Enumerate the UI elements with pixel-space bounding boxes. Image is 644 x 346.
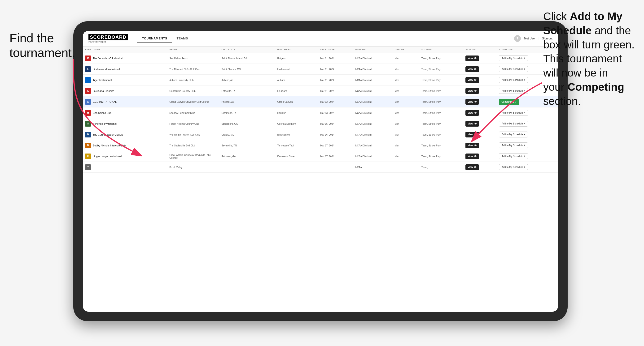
city-state-cell: Lafayette, LA [219,85,275,96]
col-start-date: START DATE [318,46,353,53]
hosted-by-cell: Georgia Southern [275,118,318,129]
gender-cell: Men [392,85,419,96]
hosted-by-cell: Auburn [275,75,318,85]
user-name: Test User [524,37,536,40]
city-state-cell: Statesboro, GA [219,118,275,129]
start-date-cell: Mar 16, 2024 [318,129,353,140]
hosted-by-cell: Houston [275,107,318,118]
add-schedule-button[interactable]: Add to My Schedule + [499,153,528,159]
col-venue: VENUE [167,46,219,53]
venue-cell: The Sevierville Golf Club [167,140,219,151]
scoring-cell: Team, [419,162,463,173]
hosted-by-cell [275,162,318,173]
venue-cell: The Missouri Bluffs Golf Club [167,64,219,75]
app-logo: SCOREBOARD [88,34,128,40]
venue-cell: Sea Palms Resort [167,53,219,64]
nav-tabs: TOURNAMENTS TEAMS [137,35,192,42]
division-cell: NCAA Division I [353,53,392,64]
division-cell: NCAA Division I [353,85,392,96]
gender-cell: Men [392,129,419,140]
app-header: SCOREBOARD Powered by clippd TOURNAMENTS… [83,31,558,46]
start-date-cell [318,162,353,173]
right-arrow [452,76,552,147]
right-annotation: Click Add to MySchedule and thebox will … [543,9,634,108]
venue-cell: Shadow Hawk Golf Club [167,107,219,118]
actions-cell: View 👁 [463,53,497,64]
start-date-cell: Mar 13, 2024 [318,107,353,118]
col-gender: GENDER [392,46,419,53]
hosted-by-cell: Tennessee Tech [275,140,318,151]
tab-teams[interactable]: TEAMS [172,35,193,42]
city-state-cell: Richmond, TX [219,107,275,118]
col-city-state: CITY, STATE [219,46,275,53]
division-cell: NCAA Division I [353,129,392,140]
division-cell: NCAA Division I [353,96,392,107]
view-button[interactable]: View 👁 [466,55,479,61]
col-scoring: SCORING [419,46,463,53]
division-cell: NCAA Division I [353,75,392,85]
city-state-cell: Phoenix, AZ [219,96,275,107]
actions-cell: View 👁 [463,151,497,162]
division-cell: NCAA Division I [353,151,392,162]
venue-cell: Brook Valley [167,162,219,173]
city-state-cell: Auburn, AL [219,75,275,85]
competing-cell: Add to My Schedule + [497,162,558,173]
user-avatar: T [514,35,521,42]
division-cell: NCAA Division I [353,64,392,75]
start-date-cell: Mar 11, 2024 [318,85,353,96]
view-button[interactable]: View 👁 [466,66,479,72]
city-state-cell: Saint Charles, MO [219,64,275,75]
scoring-cell: Team, Stroke Play [419,151,463,162]
start-date-cell: Mar 11, 2024 [318,64,353,75]
city-state-cell: Saint Simons Island, GA [219,53,275,64]
division-cell: NCAA Division I [353,118,392,129]
gender-cell: Men [392,151,419,162]
city-state-cell: Sevierville, TN [219,140,275,151]
venue-cell: Oakbourne Country Club [167,85,219,96]
start-date-cell: Mar 17, 2024 [318,140,353,151]
logo-area: SCOREBOARD Powered by clippd [88,34,128,43]
actions-cell: View 👁 [463,64,497,75]
view-button[interactable]: View 👁 [466,154,479,159]
gender-cell: Men [392,118,419,129]
col-hosted-by: HOSTED BY [275,46,318,53]
city-state-cell [219,162,275,173]
gender-cell: Men [392,107,419,118]
hosted-by-cell: Louisiana [275,85,318,96]
city-state-cell: Eatonton, GA [219,151,275,162]
col-division: DIVISION [353,46,392,53]
division-cell: NCAA Division I [353,107,392,118]
left-arrow [52,52,170,165]
venue-cell: Forest Heights Country Club [167,118,219,129]
add-schedule-button[interactable]: Add to My Schedule + [499,164,528,170]
start-date-cell: Mar 17, 2024 [318,151,353,162]
hosted-by-cell: Kennesaw State [275,151,318,162]
add-schedule-button[interactable]: Add to My Schedule + [499,55,528,61]
view-button[interactable]: View 👁 [466,164,479,170]
gender-cell: Men [392,140,419,151]
hosted-by-cell: Binghamton [275,129,318,140]
start-date-cell: Mar 12, 2024 [318,96,353,107]
division-cell: NCAA Division I [353,140,392,151]
start-date-cell: Mar 11, 2024 [318,75,353,85]
division-cell: NCAA [353,162,392,173]
competing-cell: Add to My Schedule + [497,151,558,162]
venue-cell: Auburn University Club [167,75,219,85]
col-actions: ACTIONS [463,46,497,53]
scoring-cell: Team, Stroke Play [419,53,463,64]
gender-cell: Men [392,53,419,64]
add-schedule-button[interactable]: Add to My Schedule + [499,66,528,72]
gender-cell [392,162,419,173]
scoring-cell: Team, Stroke Play [419,64,463,75]
gender-cell: Men [392,64,419,75]
gender-cell: Men [392,75,419,85]
start-date-cell: Mar 11, 2024 [318,53,353,64]
actions-cell: View 👁 [463,162,497,173]
start-date-cell: Mar 15, 2024 [318,118,353,129]
tab-tournaments[interactable]: TOURNAMENTS [137,35,172,42]
gender-cell: Men [392,96,419,107]
hosted-by-cell: Grand Canyon [275,96,318,107]
city-state-cell: Urbana, MD [219,129,275,140]
venue-cell: Grand Canyon University Golf Course [167,96,219,107]
hosted-by-cell: Rutgers [275,53,318,64]
